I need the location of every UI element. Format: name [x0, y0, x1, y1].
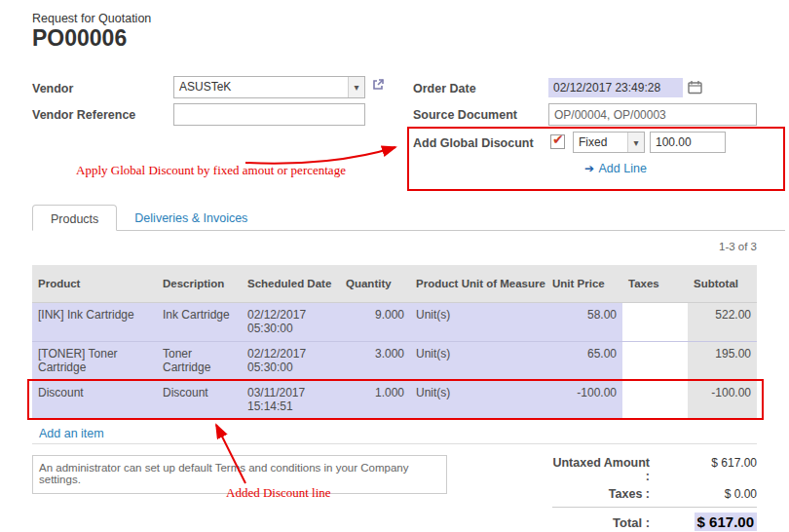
- taxes-label: Taxes :: [552, 487, 650, 501]
- external-link-icon[interactable]: [371, 78, 385, 95]
- cell-subtotal: 522.00: [688, 302, 757, 341]
- totals-divider: [552, 507, 757, 508]
- cell-product[interactable]: Discount: [32, 380, 157, 419]
- checkmark-icon: ✔: [552, 132, 564, 147]
- vendor-reference-label: Vendor Reference: [32, 108, 135, 122]
- cell-scheduled-date[interactable]: 02/12/2017 05:30:00: [242, 341, 340, 380]
- cell-description[interactable]: Ink Cartridge: [157, 302, 242, 341]
- untaxed-amount-value: $ 617.00: [650, 456, 757, 470]
- col-header-product: Product: [32, 265, 157, 302]
- col-header-uom: Product Unit of Measure: [410, 265, 546, 302]
- source-document-label: Source Document: [413, 108, 517, 122]
- cell-scheduled-date[interactable]: 02/12/2017 05:30:00: [242, 302, 340, 341]
- global-discount-checkbox[interactable]: ✔: [550, 134, 565, 149]
- discount-amount-input[interactable]: [650, 132, 726, 153]
- table-row[interactable]: [INK] Ink Cartridge Ink Cartridge 02/12/…: [32, 302, 757, 341]
- col-header-taxes: Taxes: [622, 265, 688, 302]
- cell-taxes[interactable]: [622, 302, 688, 341]
- vendor-reference-input[interactable]: [173, 103, 365, 126]
- discount-type-value: Fixed: [574, 133, 627, 152]
- total-value: $ 617.00: [695, 513, 757, 531]
- totals-panel: Untaxed Amount : $ 617.00 Taxes : $ 0.00…: [552, 456, 757, 532]
- tab-products[interactable]: Products: [32, 205, 117, 231]
- add-item-row: Add an item: [32, 419, 757, 444]
- pager: 1-3 of 3: [719, 241, 757, 252]
- calendar-icon[interactable]: [688, 80, 702, 98]
- order-date-label: Order Date: [413, 82, 476, 95]
- cell-unit-price[interactable]: 65.00: [546, 341, 622, 380]
- table-header-row: Product Description Scheduled Date Quant…: [32, 265, 757, 302]
- vendor-label: Vendor: [32, 82, 73, 95]
- source-document-input[interactable]: OP/00004, OP/00003: [548, 103, 757, 126]
- col-header-description: Description: [157, 265, 242, 302]
- cell-subtotal: 195.00: [688, 341, 757, 380]
- col-header-unit-price: Unit Price: [546, 265, 622, 302]
- cell-description[interactable]: Discount: [157, 380, 242, 419]
- dropdown-caret-icon: ▾: [348, 77, 364, 97]
- cell-uom[interactable]: Unit(s): [410, 302, 546, 341]
- tab-bar: Products Deliveries & Invoices: [32, 205, 265, 231]
- annotation-arrow-to-global-discount: [245, 147, 395, 164]
- cell-taxes[interactable]: [622, 380, 688, 419]
- untaxed-amount-row: Untaxed Amount : $ 617.00: [552, 456, 757, 483]
- cell-quantity[interactable]: 1.000: [340, 380, 410, 419]
- global-discount-label: Add Global Disocunt: [413, 136, 534, 150]
- taxes-row: Taxes : $ 0.00: [552, 487, 757, 501]
- add-line-link[interactable]: ➔ Add Line: [584, 159, 647, 176]
- col-header-quantity: Quantity: [340, 265, 410, 302]
- cell-uom[interactable]: Unit(s): [410, 341, 546, 380]
- add-line-arrow-icon: ➔: [584, 162, 594, 175]
- cell-quantity[interactable]: 9.000: [340, 302, 410, 341]
- table-row-discount[interactable]: Discount Discount 03/11/2017 15:14:51 1.…: [32, 380, 757, 419]
- order-date-input[interactable]: 02/12/2017 23:49:28: [548, 78, 683, 97]
- cell-product[interactable]: [INK] Ink Cartridge: [32, 302, 157, 341]
- cell-unit-price[interactable]: 58.00: [546, 302, 622, 341]
- doc-type-label: Request for Quotation: [32, 12, 151, 25]
- cell-subtotal: -100.00: [688, 380, 757, 419]
- taxes-value: $ 0.00: [650, 487, 757, 501]
- vendor-select[interactable]: ASUSTeK ▾: [173, 76, 365, 98]
- cell-quantity[interactable]: 3.000: [340, 341, 410, 380]
- cell-taxes[interactable]: [622, 341, 688, 380]
- cell-unit-price[interactable]: -100.00: [546, 380, 622, 419]
- total-row: Total : $ 617.00: [552, 513, 757, 530]
- rfq-form-page: Request for Quotation PO00006 Vendor ASU…: [0, 0, 789, 532]
- annotation-global-discount-note: Apply Global Discount by fixed amout or …: [76, 163, 346, 178]
- vendor-value: ASUSTeK: [174, 77, 348, 97]
- discount-type-select[interactable]: Fixed ▾: [573, 132, 645, 153]
- annotation-discount-line-note: Added Discount line: [226, 485, 331, 501]
- untaxed-amount-label: Untaxed Amount :: [552, 456, 650, 483]
- tab-deliveries-invoices[interactable]: Deliveries & Invoices: [117, 205, 265, 231]
- cell-product[interactable]: [TONER] Toner Cartridge: [32, 341, 157, 380]
- col-header-scheduled-date: Scheduled Date: [242, 265, 340, 302]
- total-label: Total :: [552, 515, 650, 530]
- cell-scheduled-date[interactable]: 03/11/2017 15:14:51: [242, 380, 340, 419]
- table-row[interactable]: [TONER] Toner Cartridge Toner Cartridge …: [32, 341, 757, 380]
- order-lines-table: Product Description Scheduled Date Quant…: [32, 265, 757, 420]
- add-an-item-link[interactable]: Add an item: [39, 427, 104, 440]
- cell-description[interactable]: Toner Cartridge: [157, 341, 242, 380]
- page-title: PO00006: [32, 25, 127, 52]
- dropdown-caret-icon: ▾: [627, 133, 644, 152]
- cell-uom[interactable]: Unit(s): [410, 380, 546, 419]
- col-header-subtotal: Subtotal: [688, 265, 757, 302]
